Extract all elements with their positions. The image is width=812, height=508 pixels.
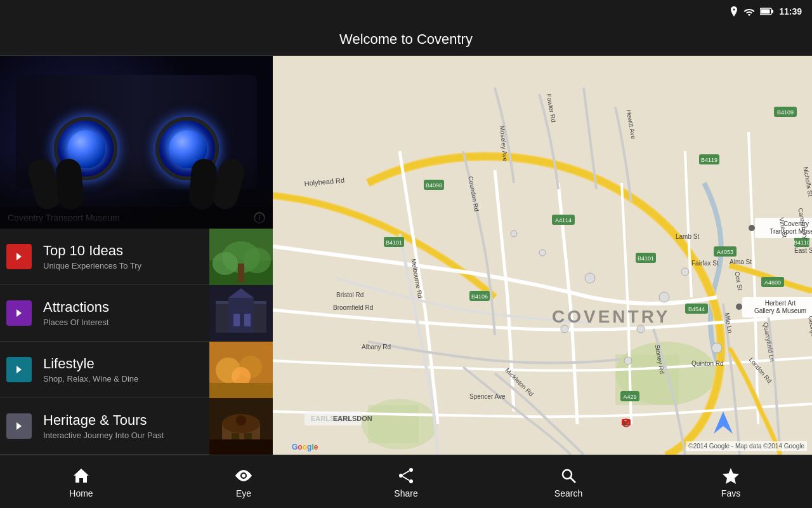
svg-text:B4106: B4106: [471, 293, 488, 300]
svg-rect-15: [244, 314, 251, 326]
search-label: Search: [554, 488, 582, 498]
svg-text:Herbert Art: Herbert Art: [765, 300, 796, 307]
svg-text:B4110: B4110: [794, 239, 810, 246]
svg-text:Bristol Rd: Bristol Rd: [336, 291, 363, 298]
hero-bg: [0, 56, 273, 229]
top10-title: Top 10 Ideas: [43, 243, 204, 259]
svg-point-124: [409, 479, 413, 483]
eye-icon: [233, 465, 254, 486]
svg-text:A4600: A4600: [764, 279, 781, 286]
hero-image: Coventry Transport Museum i: [0, 56, 273, 229]
svg-rect-16: [216, 304, 228, 333]
arrow-right-icon: [14, 251, 24, 262]
svg-rect-35: [209, 455, 273, 455]
svg-point-88: [561, 325, 568, 333]
svg-marker-3: [16, 253, 22, 260]
svg-rect-19: [254, 301, 266, 304]
menu-list: Top 10 Ideas Unique Experiences To Try: [0, 229, 273, 455]
svg-marker-20: [16, 366, 22, 373]
svg-line-126: [403, 476, 409, 480]
svg-text:Alma St: Alma St: [730, 258, 752, 265]
svg-text:Fairfax St: Fairfax St: [691, 260, 719, 267]
events-thumb: [209, 455, 273, 455]
svg-text:A4114: A4114: [555, 217, 572, 224]
svg-rect-2: [761, 10, 770, 14]
menu-arrow-top10: [6, 244, 32, 269]
lifestyle-thumb: [209, 342, 273, 398]
lifestyle-title: Lifestyle: [43, 356, 204, 372]
svg-text:COVENTRY: COVENTRY: [552, 307, 671, 326]
svg-text:B4101: B4101: [638, 255, 654, 262]
svg-text:✚: ✚: [624, 421, 628, 425]
svg-point-91: [511, 231, 517, 237]
svg-point-122: [409, 468, 413, 472]
attractions-title: Attractions: [43, 299, 204, 316]
nav-home[interactable]: Home: [0, 455, 162, 508]
menu-text-attractions: Attractions Places Of Interest: [38, 299, 209, 326]
attractions-subtitle: Places Of Interest: [43, 318, 204, 327]
bottom-nav: Home Eye Share Search: [0, 455, 812, 508]
nav-eye[interactable]: Eye: [162, 455, 325, 508]
svg-point-30: [236, 415, 246, 425]
title-bar: Welcome to Coventry: [0, 23, 812, 56]
attractions-thumb: [209, 285, 273, 342]
nav-search[interactable]: Search: [487, 455, 650, 508]
svg-text:Broomfield Rd: Broomfield Rd: [333, 304, 373, 311]
svg-line-125: [403, 471, 409, 474]
svg-rect-18: [216, 301, 228, 304]
heritage-thumb: [209, 398, 273, 455]
eye-label: Eye: [236, 488, 251, 498]
svg-text:Spencer Ave: Spencer Ave: [469, 393, 506, 400]
menu-arrow-attractions: [6, 300, 32, 326]
svg-point-84: [659, 292, 669, 302]
svg-text:Google: Google: [292, 443, 318, 451]
star-icon: [721, 465, 741, 486]
svg-text:B4109: B4109: [777, 109, 794, 116]
nav-share[interactable]: Share: [325, 455, 487, 508]
menu-item-attractions[interactable]: Attractions Places Of Interest: [0, 285, 273, 342]
svg-rect-33: [209, 439, 273, 455]
status-time: 11:39: [779, 6, 802, 17]
svg-rect-17: [254, 304, 266, 333]
svg-point-7: [213, 252, 238, 275]
svg-text:EARLSDON: EARLSDON: [333, 415, 372, 422]
share-icon: [396, 465, 416, 486]
svg-text:B4098: B4098: [426, 182, 442, 189]
favs-label: Favs: [721, 488, 740, 498]
menu-arrow-lifestyle: [6, 357, 32, 382]
menu-arrow-heritage: [6, 413, 32, 439]
svg-point-99: [736, 304, 742, 310]
svg-rect-44: [368, 405, 419, 443]
menu-item-top10[interactable]: Top 10 Ideas Unique Experiences To Try: [0, 229, 273, 285]
svg-text:A4053: A4053: [717, 249, 733, 255]
svg-marker-26: [16, 422, 22, 430]
app-title: Welcome to Coventry: [339, 31, 473, 48]
status-bar: 11:39: [0, 0, 812, 23]
svg-point-95: [749, 225, 755, 231]
svg-point-127: [563, 470, 572, 479]
svg-point-85: [712, 343, 722, 353]
nav-favs[interactable]: Favs: [650, 455, 812, 508]
svg-text:Albany Rd: Albany Rd: [362, 344, 391, 351]
main-content: Coventry Transport Museum i Top 10 Ideas…: [0, 56, 812, 455]
svg-point-90: [539, 250, 546, 256]
top10-thumb: [209, 229, 273, 285]
svg-point-123: [399, 474, 403, 478]
svg-text:B4101: B4101: [386, 239, 402, 246]
svg-rect-25: [209, 383, 273, 398]
top10-subtitle: Unique Experiences To Try: [43, 261, 204, 271]
map-panel[interactable]: COVENTRY Holyhead Rd Moseley Ave Fowler …: [273, 56, 812, 455]
menu-item-lifestyle[interactable]: Lifestyle Shop, Relax, Wine & Dine: [0, 342, 273, 398]
svg-text:Gallery & Museum: Gallery & Museum: [754, 307, 806, 314]
share-label: Share: [394, 488, 417, 498]
svg-text:East St: East St: [794, 247, 812, 254]
menu-item-heritage[interactable]: Heritage & Tours Interactive Journey Int…: [0, 398, 273, 455]
svg-text:B4119: B4119: [701, 157, 717, 163]
search-icon: [558, 465, 579, 486]
battery-icon: [760, 8, 774, 15]
arrow-right-icon-2: [14, 308, 24, 318]
svg-marker-121: [74, 469, 89, 483]
menu-text-top10: Top 10 Ideas Unique Experiences To Try: [38, 243, 209, 270]
lifestyle-subtitle: Shop, Relax, Wine & Dine: [43, 374, 204, 384]
arrow-right-icon-4: [14, 421, 24, 431]
